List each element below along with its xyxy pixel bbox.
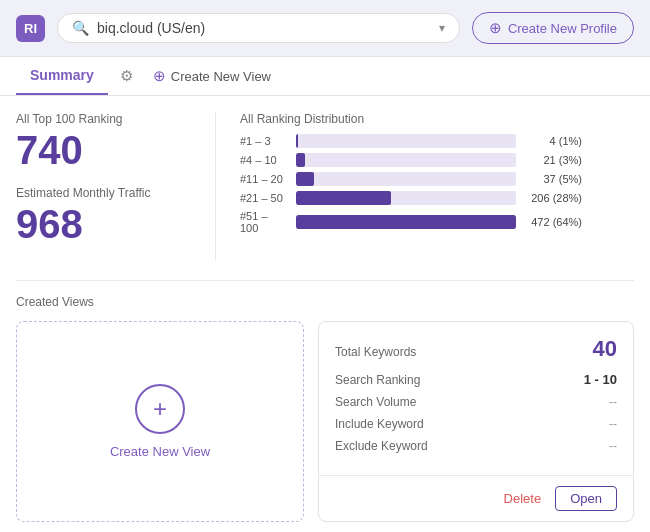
search-volume-label: Search Volume: [335, 395, 416, 409]
dist-bar-background: [296, 191, 516, 205]
dist-bar-background: [296, 172, 516, 186]
dist-value-label: 472 (64%): [524, 216, 582, 228]
create-profile-button[interactable]: ⊕ Create New Profile: [472, 12, 634, 44]
view-info-card: Total Keywords 40 Search Ranking 1 - 10 …: [318, 321, 634, 522]
search-volume-value: --: [609, 395, 617, 409]
distribution-row: #1 – 34 (1%): [240, 134, 634, 148]
plus-icon: ⊕: [153, 67, 166, 85]
total-keywords-row: Total Keywords 40: [335, 336, 617, 362]
tab-summary[interactable]: Summary: [16, 57, 108, 95]
traffic-value: 968: [16, 202, 195, 246]
search-ranking-row: Search Ranking 1 - 10: [335, 372, 617, 387]
tabs-bar: Summary ⚙ ⊕ Create New View: [0, 57, 650, 96]
distribution-row: #21 – 50206 (28%): [240, 191, 634, 205]
create-new-view-card[interactable]: + Create New View: [16, 321, 304, 522]
divider: [16, 280, 634, 281]
search-text: biq.cloud (US/en): [97, 20, 431, 36]
total-keywords-value: 40: [593, 336, 617, 362]
dist-bar-fill: [296, 153, 305, 167]
stats-row: All Top 100 Ranking 740 Estimated Monthl…: [16, 112, 634, 260]
dist-range-label: #51 – 100: [240, 210, 288, 234]
dist-range-label: #1 – 3: [240, 135, 288, 147]
delete-button[interactable]: Delete: [504, 491, 542, 506]
distribution-row: #11 – 2037 (5%): [240, 172, 634, 186]
tab-create-view-label: Create New View: [171, 69, 271, 84]
dist-bar-fill: [296, 191, 391, 205]
dist-bar-background: [296, 134, 516, 148]
search-volume-row: Search Volume --: [335, 395, 617, 409]
distribution-bars: #1 – 34 (1%)#4 – 1021 (3%)#11 – 2037 (5%…: [240, 134, 634, 234]
dist-value-label: 21 (3%): [524, 154, 582, 166]
created-views-label: Created Views: [16, 295, 634, 309]
exclude-keyword-value: --: [609, 439, 617, 453]
dist-value-label: 4 (1%): [524, 135, 582, 147]
logo-badge: RI: [16, 15, 45, 42]
stats-right: All Ranking Distribution #1 – 34 (1%)#4 …: [216, 112, 634, 260]
include-keyword-value: --: [609, 417, 617, 431]
search-ranking-label: Search Ranking: [335, 373, 420, 387]
stats-left: All Top 100 Ranking 740 Estimated Monthl…: [16, 112, 216, 260]
view-info-body: Total Keywords 40 Search Ranking 1 - 10 …: [319, 322, 633, 475]
open-button[interactable]: Open: [555, 486, 617, 511]
include-keyword-label: Include Keyword: [335, 417, 424, 431]
chevron-down-icon: ▾: [439, 21, 445, 35]
dist-bar-background: [296, 153, 516, 167]
top100-value: 740: [16, 128, 195, 172]
top100-label: All Top 100 Ranking: [16, 112, 195, 126]
main-content: Summary ⚙ ⊕ Create New View All Top 100 …: [0, 56, 650, 532]
create-profile-label: Create New Profile: [508, 21, 617, 36]
exclude-keyword-label: Exclude Keyword: [335, 439, 428, 453]
views-grid: + Create New View Total Keywords 40 Sear…: [16, 321, 634, 522]
distribution-title: All Ranking Distribution: [240, 112, 634, 126]
tab-gear[interactable]: ⚙: [112, 57, 141, 95]
distribution-row: #51 – 100472 (64%): [240, 210, 634, 234]
total-keywords-label: Total Keywords: [335, 345, 416, 359]
create-new-view-label: Create New View: [110, 444, 210, 459]
traffic-label: Estimated Monthly Traffic: [16, 186, 195, 200]
include-keyword-row: Include Keyword --: [335, 417, 617, 431]
view-actions: Delete Open: [319, 476, 633, 521]
dist-bar-background: [296, 215, 516, 229]
exclude-keyword-row: Exclude Keyword --: [335, 439, 617, 453]
dist-bar-fill: [296, 172, 314, 186]
distribution-row: #4 – 1021 (3%): [240, 153, 634, 167]
search-ranking-value: 1 - 10: [584, 372, 617, 387]
dist-bar-fill: [296, 215, 516, 229]
dist-range-label: #11 – 20: [240, 173, 288, 185]
tab-create-view[interactable]: ⊕ Create New View: [145, 57, 279, 95]
create-new-circle-icon: +: [135, 384, 185, 434]
dist-bar-fill: [296, 134, 298, 148]
search-bar[interactable]: 🔍 biq.cloud (US/en) ▾: [57, 13, 460, 43]
dist-range-label: #4 – 10: [240, 154, 288, 166]
search-icon: 🔍: [72, 20, 89, 36]
content-area: All Top 100 Ranking 740 Estimated Monthl…: [0, 96, 650, 532]
dist-value-label: 37 (5%): [524, 173, 582, 185]
plus-circle-icon: ⊕: [489, 19, 502, 37]
header: RI 🔍 biq.cloud (US/en) ▾ ⊕ Create New Pr…: [0, 0, 650, 56]
dist-range-label: #21 – 50: [240, 192, 288, 204]
dist-value-label: 206 (28%): [524, 192, 582, 204]
